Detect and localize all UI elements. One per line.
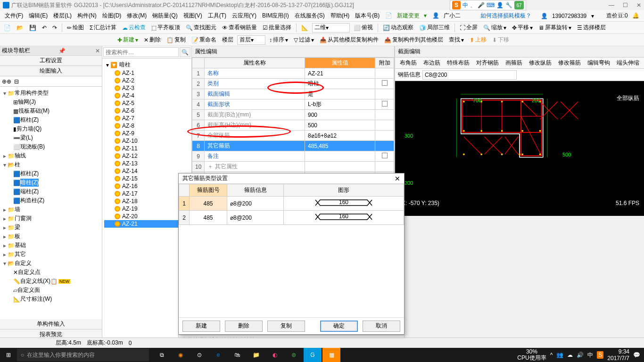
tb-mode-2d[interactable]: 二维 ▾ <box>312 23 350 33</box>
az-item[interactable]: AZ-19 <box>104 205 190 213</box>
az-item[interactable]: AZ-3 <box>104 84 190 92</box>
tray-volume-icon[interactable]: 🔊 <box>577 352 584 358</box>
menu-version[interactable]: 版本号(B) <box>352 11 382 21</box>
tb2-find[interactable]: 查找 ▾ <box>447 35 466 45</box>
tb-redo-icon[interactable]: ↷ <box>50 24 59 32</box>
tree-col[interactable]: ▾📂 柱 <box>2 160 100 169</box>
property-row[interactable]: 10＋ 其它属性 <box>192 162 394 172</box>
az-item[interactable]: AZ-5 <box>104 99 190 107</box>
tree-col-frame[interactable]: 🟦 框柱(Z) <box>2 169 100 178</box>
task-app4-icon[interactable]: ▦ <box>322 348 340 362</box>
task-view-icon[interactable]: ⧉ <box>153 348 171 362</box>
checkbox[interactable] <box>382 153 388 158</box>
minimize-button[interactable]: — <box>609 2 614 8</box>
az-item[interactable]: AZ-9 <box>104 130 190 137</box>
dlg-new-button[interactable]: 新建 <box>182 321 220 332</box>
tb-find-graph[interactable]: 🔍 查找图元 <box>184 23 218 33</box>
tb2-sort[interactable]: ↕ 排序 ▾ <box>267 35 290 45</box>
tb-open-icon[interactable]: 📂 <box>15 24 25 32</box>
menu-cloud[interactable]: 云应用(Y) <box>229 11 259 21</box>
section-tab[interactable]: 布边筋 <box>421 58 443 68</box>
tree-col-end[interactable]: 🟦 端柱(Z) <box>2 187 100 196</box>
tree-axis[interactable]: ▸📁 轴线 <box>2 151 100 160</box>
section-tab[interactable]: 端头伸缩 <box>614 58 642 68</box>
dlg-copy-button[interactable]: 复制 <box>267 321 305 332</box>
property-row[interactable]: 1名称AZ-21 <box>192 68 394 79</box>
beans-label[interactable]: 造价豆:0 🔔 <box>601 11 642 21</box>
tb-undo-icon[interactable]: ↶ <box>40 24 49 32</box>
tb-flat-top[interactable]: ⬚ 平齐板顶 <box>149 23 182 33</box>
tree-base[interactable]: ▸📁 基础 <box>2 241 100 250</box>
tree-custom[interactable]: ▾📂 自定义 <box>2 259 100 268</box>
tree-other[interactable]: ▸📁 其它 <box>2 250 100 259</box>
az-item[interactable]: AZ-12 <box>104 152 190 160</box>
az-item[interactable]: AZ-10 <box>104 137 190 145</box>
tb2-new[interactable]: ✚ 新建 ▾ <box>116 35 140 45</box>
tb2-copy[interactable]: 📋 复制 <box>165 35 188 45</box>
az-item[interactable]: AZ-4 <box>104 92 190 99</box>
ime-logo-icon[interactable]: S <box>452 1 461 9</box>
tb-view-rebar[interactable]: 👁 查看钢筋量 <box>220 23 259 33</box>
tb-new-icon[interactable]: 📄 <box>2 24 13 32</box>
tb2-copy-to[interactable]: 📤 复制构件到其他楼层 <box>382 35 445 45</box>
checkbox[interactable] <box>382 80 388 86</box>
az-item[interactable]: AZ-20 <box>104 213 190 220</box>
tb-draw-input[interactable]: ✏ 绘图 <box>65 23 86 33</box>
consume-template-link[interactable]: 如何选择损耗模板？ <box>478 11 534 21</box>
tb-fullscreen[interactable]: ⛶ 全屏 <box>458 23 479 33</box>
task-app2-icon[interactable]: ⊙ <box>190 348 208 362</box>
nav-sub-draw[interactable]: 绘图输入 <box>0 66 102 76</box>
tb-bird-view[interactable]: ⬜ 俯视 <box>352 23 375 33</box>
property-row[interactable]: 7全部纵筋8⌀16+8⌀12 <box>192 131 394 141</box>
tree-axis-grid[interactable]: ⊞ 轴网(J) <box>2 98 100 107</box>
dlg-delete-button[interactable]: 删除 <box>225 321 263 332</box>
account-number[interactable]: 👤 13907298339 ▾ <box>538 12 597 20</box>
tray-cpu[interactable]: 30% CPU使用率 <box>517 349 546 361</box>
section-tab[interactable]: 布角筋 <box>397 58 420 68</box>
task-explorer-icon[interactable]: 📁 <box>247 348 265 362</box>
tree-custom-face[interactable]: ▱ 自定义面 <box>2 286 100 295</box>
menu-help[interactable]: 帮助(H) <box>328 11 353 21</box>
dialog-close-button[interactable]: ✕ <box>395 175 400 182</box>
az-root[interactable]: ▾ 🔽 暗柱 <box>104 60 190 69</box>
az-item[interactable]: AZ-18 <box>104 197 190 205</box>
tb2-up[interactable]: ⬆ 上移 <box>468 35 488 45</box>
menu-component[interactable]: 构件(N) <box>74 11 99 21</box>
nav-sub-project[interactable]: 工程设置 <box>0 56 102 66</box>
az-item[interactable]: AZ-21 <box>104 220 190 228</box>
tb-sum-calc[interactable]: Σ 汇总计算 <box>88 23 118 33</box>
new-change-button[interactable]: 📄 新建变更 ▾ <box>382 11 429 21</box>
ime-punct-icon[interactable]: 、 <box>470 1 476 9</box>
tree-custom-pt[interactable]: ✕ 自定义点 <box>2 268 100 277</box>
az-item[interactable]: AZ-8 <box>104 122 190 130</box>
task-edge-icon[interactable]: e <box>209 348 227 362</box>
tree-shear-wall[interactable]: ▮ 剪力墙(Q) <box>2 124 100 133</box>
tb-select-floor[interactable]: ☰ 选择楼层 <box>575 23 608 33</box>
menu-file[interactable]: 文件(F) <box>2 11 26 21</box>
rebar-info-input[interactable] <box>422 70 517 80</box>
menu-online[interactable]: 在线服务(S) <box>292 11 328 21</box>
tree-frame-col[interactable]: 🟦 框柱(Z) <box>2 115 100 124</box>
tree-beam2[interactable]: ▸📁 梁 <box>2 223 100 232</box>
tb-save-icon[interactable]: 💾 <box>27 24 38 32</box>
tree-common[interactable]: ▾📁 常用构件类型 <box>2 89 100 98</box>
section-canvas[interactable]: 700 200 300 200 500 全部纵筋 8C16+8 (X: -570… <box>395 81 644 216</box>
ime-badge[interactable]: 67 <box>514 1 524 9</box>
az-item[interactable]: AZ-16 <box>104 182 190 190</box>
az-item[interactable]: AZ-14 <box>104 167 190 175</box>
close-button[interactable]: ✕ <box>636 2 641 8</box>
nav-bottom-single[interactable]: 单构件输入 <box>0 319 102 329</box>
az-item[interactable]: AZ-17 <box>104 190 190 197</box>
section-tab[interactable]: 修改箍筋 <box>555 58 584 68</box>
tb-pan[interactable]: ✥ 平移 ▾ <box>510 23 535 33</box>
tree-door[interactable]: ▸📁 门窗洞 <box>2 214 100 223</box>
tray-onedrive-icon[interactable]: ☁ <box>567 352 573 358</box>
tree-beam[interactable]: ➖ 梁(L) <box>2 133 100 142</box>
tb-dyn-view[interactable]: 🔄 动态观察 <box>381 23 415 33</box>
menu-rebar[interactable]: 钢筋量(Q) <box>149 11 180 21</box>
az-item[interactable]: AZ-2 <box>104 77 190 84</box>
section-tab[interactable]: 对齐钢筋 <box>473 58 502 68</box>
tray-ime-s[interactable]: S <box>597 351 603 359</box>
tb2-filter[interactable]: ▽ 过滤 ▾ <box>292 35 316 45</box>
section-tab[interactable]: 编辑弯钩 <box>585 58 613 68</box>
